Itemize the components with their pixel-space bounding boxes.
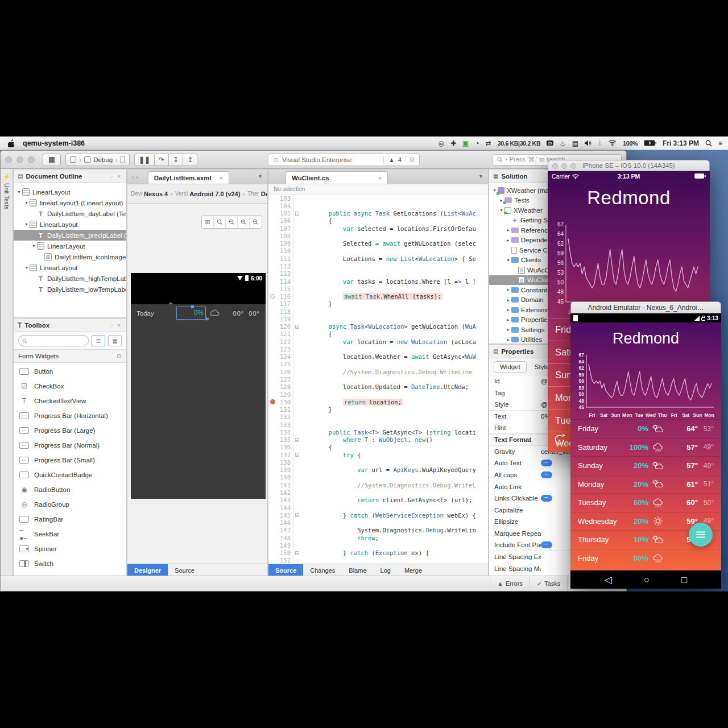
flame-icon[interactable]: ♨	[560, 139, 566, 147]
fold-gutter[interactable]	[293, 481, 300, 489]
code-line[interactable]: 108	[268, 232, 488, 239]
code-line[interactable]: 148 throw;	[268, 534, 488, 541]
fold-gutter[interactable]	[293, 534, 300, 541]
fold-gutter[interactable]	[293, 519, 300, 526]
fold-gutter[interactable]	[293, 292, 300, 300]
forecast-row[interactable]: Friday60%	[570, 549, 721, 568]
android-window-titlebar[interactable]: Android Emulator - Nexus_6_Androi…	[570, 301, 721, 313]
panel-dock-close-buttons[interactable]: ▫ ×	[111, 173, 122, 179]
toolbox-item[interactable]: ⋯Progress Bar (Horizontal)	[14, 408, 126, 423]
fold-icon[interactable]: –	[295, 438, 299, 442]
fold-gutter[interactable]	[293, 353, 300, 361]
toolbox-item[interactable]: ◉RadioButton	[14, 482, 126, 497]
breakpoint-icon[interactable]	[270, 399, 275, 404]
recents-button[interactable]: □	[681, 575, 687, 585]
pause-button[interactable]: ❚❚	[134, 154, 155, 166]
toolbox-item[interactable]: ⋯Progress Bar (Normal)	[14, 438, 126, 453]
code-line[interactable]: 136 {	[268, 444, 488, 451]
code-line[interactable]: 104	[268, 202, 488, 209]
fold-gutter[interactable]	[293, 308, 300, 315]
tab-overflow-icon[interactable]: ▼	[258, 173, 267, 184]
collapse-icon[interactable]: ⊙	[117, 353, 122, 360]
fold-gutter[interactable]	[293, 195, 300, 202]
code-line[interactable]: 143 return client.GetAsync<T> (url);	[268, 497, 488, 504]
code-line[interactable]: 140	[268, 474, 488, 481]
fold-gutter[interactable]	[293, 504, 300, 511]
expander-icon[interactable]: ▸	[505, 297, 511, 303]
expander-icon[interactable]: ▸	[505, 287, 511, 292]
property-toggle[interactable]	[541, 460, 552, 466]
editor-tab-log[interactable]: Log	[374, 564, 398, 576]
wifi-icon[interactable]	[608, 140, 617, 146]
code-line[interactable]: 124 location.Weather = await GetAsync<Wu…	[268, 353, 488, 361]
outline-item[interactable]: ▨DailyListItem_iconImageView (	[14, 251, 126, 262]
code-line[interactable]: 139 var url = ApiKeys.WuApiKeyedQuery	[268, 466, 488, 474]
stop-button[interactable]	[43, 154, 61, 166]
expander-icon[interactable]: ▸	[505, 327, 511, 332]
code-line[interactable]: 134 public Task<T> GetAsync<T> (string l…	[268, 428, 488, 436]
toolbox-item[interactable]: ⋯Progress Bar (Small)	[14, 453, 126, 468]
designer-tab-designer[interactable]: Designer	[127, 564, 168, 576]
errors-button[interactable]: ▲Errors	[490, 576, 530, 591]
code-line[interactable]: 130 return location;	[268, 398, 488, 406]
close-icon[interactable]: ×	[220, 175, 223, 181]
toolbox-search-input[interactable]	[18, 335, 89, 346]
fold-icon[interactable]: –	[295, 325, 299, 329]
toolbox-section-header[interactable]: Form Widgets ⊙	[14, 349, 126, 363]
properties-tab-widget[interactable]: Widget	[494, 361, 527, 373]
apple-menu-icon[interactable]	[8, 139, 15, 147]
version-selector[interactable]: Android 7.0 (v24)	[189, 191, 240, 197]
sync-icon[interactable]: ⇄	[486, 139, 491, 147]
forecast-row[interactable]: Monday20%61°51°	[570, 475, 721, 494]
fold-gutter[interactable]: –	[293, 549, 300, 556]
expander-icon[interactable]: ▾	[31, 243, 37, 249]
code-line[interactable]: 122 var location = new WuLocation (acLoc…	[268, 338, 488, 345]
keyboard-icon[interactable]: ▤	[572, 139, 578, 147]
code-line[interactable]: 145– } catch (WebServiceException webEx)…	[268, 511, 488, 519]
code-line[interactable]: 123	[268, 345, 488, 353]
toolbox-item[interactable]: TCheckedTextView	[14, 394, 126, 408]
code-editor[interactable]: 103104105– public async Task GetLocation…	[268, 195, 488, 564]
fold-gutter[interactable]	[293, 541, 300, 549]
code-line[interactable]: 106 {	[268, 217, 488, 225]
fold-gutter[interactable]	[293, 368, 300, 375]
code-line[interactable]: 107 var selected = locations.FirstOrDefa…	[268, 225, 488, 232]
code-line[interactable]: 105– public async Task GetLocations (Lis…	[268, 210, 488, 217]
fold-gutter[interactable]	[293, 270, 300, 278]
close-icon[interactable]: ×	[378, 175, 382, 181]
active-app-name[interactable]: qemu-system-i386	[23, 139, 85, 147]
fold-gutter[interactable]	[293, 383, 300, 391]
code-line[interactable]: 128 location.Updated = DateTime.UtcNow;	[268, 383, 488, 391]
fold-gutter[interactable]	[293, 489, 300, 496]
bluetooth-icon[interactable]: ᛒ	[598, 139, 602, 147]
fold-gutter[interactable]	[293, 413, 300, 421]
panel-dock-close-buttons[interactable]: ▫ ×	[111, 322, 122, 328]
code-line[interactable]: 113	[268, 270, 488, 278]
tab-wuclient-cs[interactable]: WuClient.cs ×	[286, 171, 388, 184]
fold-gutter[interactable]	[293, 421, 300, 428]
fold-gutter[interactable]: –	[293, 511, 300, 519]
display-scale-icon[interactable]: 2x	[547, 140, 553, 146]
expander-icon[interactable]: ▾	[23, 265, 30, 270]
code-line[interactable]: 147 System.Diagnostics.Debug.WriteLin	[268, 527, 488, 534]
toolbox-item[interactable]: Button	[14, 364, 126, 379]
code-line[interactable]: 149	[268, 541, 488, 549]
toolbox-item[interactable]: ▐Switch	[14, 556, 126, 571]
back-button[interactable]: ◁	[605, 575, 612, 585]
run-configuration-selector[interactable]: › Debug›	[65, 154, 130, 166]
fold-gutter[interactable]	[293, 497, 300, 504]
code-line[interactable]: 109 Selected = await getWuLocation (sele…	[268, 240, 488, 247]
code-line[interactable]: 133	[268, 421, 488, 428]
fold-gutter[interactable]	[293, 278, 300, 285]
fold-gutter[interactable]	[293, 225, 300, 232]
warning-icon[interactable]: ▲	[388, 156, 395, 163]
warning-count[interactable]: 4	[398, 156, 402, 163]
fold-gutter[interactable]: –	[293, 323, 300, 330]
notification-center-icon[interactable]: ≡	[718, 139, 722, 147]
fold-gutter[interactable]	[293, 444, 300, 451]
editor-tab-changes[interactable]: Changes	[303, 564, 342, 576]
device-selector[interactable]: Nexus 4	[144, 191, 168, 197]
fold-gutter[interactable]	[293, 338, 300, 345]
expander-icon[interactable]: ▸	[505, 228, 511, 233]
code-line[interactable]: 118	[268, 308, 488, 315]
